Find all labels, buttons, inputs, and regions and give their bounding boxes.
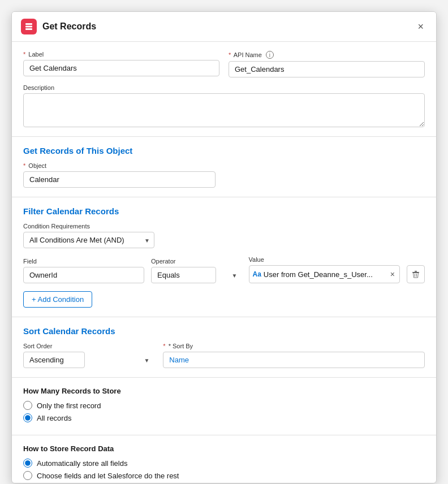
- object-input[interactable]: [23, 171, 216, 188]
- how-store-section: How to Store Record Data Automatically s…: [12, 435, 436, 483]
- how-many-section: How Many Records to Store Only the first…: [12, 378, 436, 435]
- icon-svg: [24, 22, 33, 31]
- api-name-field-group: * API Name i: [229, 51, 425, 77]
- close-button[interactable]: ×: [414, 20, 427, 34]
- radio-item-all: All records: [23, 413, 425, 422]
- radio-all-records[interactable]: [23, 413, 32, 422]
- value-col-label: Value: [249, 256, 400, 263]
- label-api-row: * Label * API Name i: [23, 51, 425, 77]
- description-field-group: Description: [23, 84, 425, 127]
- trash-icon: [412, 270, 420, 278]
- label-required: *: [23, 51, 25, 58]
- api-required: *: [229, 51, 231, 58]
- radio-item-auto: Automatically store all fields: [23, 459, 425, 468]
- modal-container: Get Records × * Label * API Name i: [11, 11, 437, 483]
- label-field-label: * Label: [23, 51, 219, 58]
- value-chip-text: User from Get_Deanne_s_User...: [264, 270, 389, 279]
- value-type-icon: Aa: [253, 270, 261, 278]
- sort-by-label: * * Sort By: [163, 343, 425, 349]
- condition-value-col: Value Aa User from Get_Deanne_s_User... …: [249, 256, 400, 283]
- condition-row-0: Field Operator Equals Not Equal To Conta…: [23, 256, 425, 283]
- operator-select[interactable]: Equals Not Equal To Contains Starts With: [151, 267, 216, 283]
- value-chip-close-button[interactable]: ×: [389, 270, 396, 279]
- condition-requirements-select[interactable]: All Conditions Are Met (AND) Any Conditi…: [23, 232, 154, 248]
- api-name-input[interactable]: [229, 61, 425, 77]
- delete-condition-button[interactable]: [407, 265, 425, 283]
- how-store-radio-group: Automatically store all fields Choose fi…: [23, 459, 425, 480]
- svg-rect-0: [25, 23, 32, 25]
- sort-order-col: Sort Order Ascending Descending: [23, 343, 154, 368]
- sort-by-input[interactable]: [163, 352, 425, 368]
- api-name-label: * API Name i: [229, 51, 425, 59]
- radio-choose-fields[interactable]: [23, 471, 32, 480]
- condition-requirements-group: Condition Requirements All Conditions Ar…: [23, 223, 425, 248]
- condition-requirements-wrapper: All Conditions Are Met (AND) Any Conditi…: [23, 232, 154, 248]
- get-records-icon: [21, 19, 37, 34]
- add-condition-button[interactable]: + Add Condition: [23, 291, 92, 308]
- radio-item-first: Only the first record: [23, 401, 425, 410]
- how-store-title: How to Store Record Data: [23, 444, 425, 453]
- sort-order-select-wrapper: Ascending Descending: [23, 352, 154, 368]
- label-field-group: * Label: [23, 51, 219, 77]
- radio-all-label: All records: [37, 414, 71, 422]
- modal-header: Get Records ×: [12, 12, 436, 42]
- label-input[interactable]: [23, 60, 219, 76]
- condition-operator-col: Operator Equals Not Equal To Contains St…: [151, 258, 242, 283]
- svg-rect-1: [25, 26, 32, 28]
- sort-section-title: Sort Calendar Records: [23, 326, 425, 336]
- svg-rect-2: [25, 28, 32, 30]
- object-section-title: Get Records of This Object: [23, 146, 425, 155]
- description-label: Description: [23, 84, 425, 91]
- condition-field-input[interactable]: [23, 267, 144, 283]
- field-col-label: Field: [23, 258, 144, 265]
- basic-info-section: * Label * API Name i Description: [12, 42, 436, 137]
- radio-item-choose: Choose fields and let Salesforce do the …: [23, 471, 425, 480]
- sort-by-col: * * Sort By: [163, 343, 425, 368]
- how-many-radio-group: Only the first record All records: [23, 401, 425, 422]
- operator-select-wrapper: Equals Not Equal To Contains Starts With: [151, 267, 242, 283]
- sort-row: Sort Order Ascending Descending * * Sort…: [23, 343, 425, 368]
- value-chip-container: Aa User from Get_Deanne_s_User... ×: [249, 265, 400, 283]
- filter-section: Filter Calendar Records Condition Requir…: [12, 197, 436, 317]
- sort-order-select[interactable]: Ascending Descending: [23, 352, 85, 368]
- object-label: * Object: [23, 162, 216, 169]
- api-name-info-icon[interactable]: i: [266, 51, 274, 59]
- how-many-title: How Many Records to Store: [23, 387, 425, 395]
- sort-section: Sort Calendar Records Sort Order Ascendi…: [12, 317, 436, 378]
- operator-col-label: Operator: [151, 258, 242, 265]
- radio-choose-label: Choose fields and let Salesforce do the …: [37, 472, 179, 480]
- description-textarea[interactable]: [23, 93, 425, 127]
- filter-section-title: Filter Calendar Records: [23, 206, 425, 216]
- radio-first-record[interactable]: [23, 401, 32, 410]
- modal-body: * Label * API Name i Description: [12, 42, 436, 483]
- radio-auto-label: Automatically store all fields: [37, 459, 127, 468]
- object-field-group: * Object: [23, 162, 216, 188]
- radio-auto-store[interactable]: [23, 459, 32, 468]
- sort-order-label: Sort Order: [23, 343, 154, 349]
- condition-req-label: Condition Requirements: [23, 223, 425, 230]
- condition-field-col: Field: [23, 258, 144, 283]
- svg-rect-4: [415, 271, 417, 272]
- modal-title: Get Records: [42, 21, 414, 32]
- radio-first-label: Only the first record: [37, 401, 101, 410]
- object-section: Get Records of This Object * Object: [12, 137, 436, 197]
